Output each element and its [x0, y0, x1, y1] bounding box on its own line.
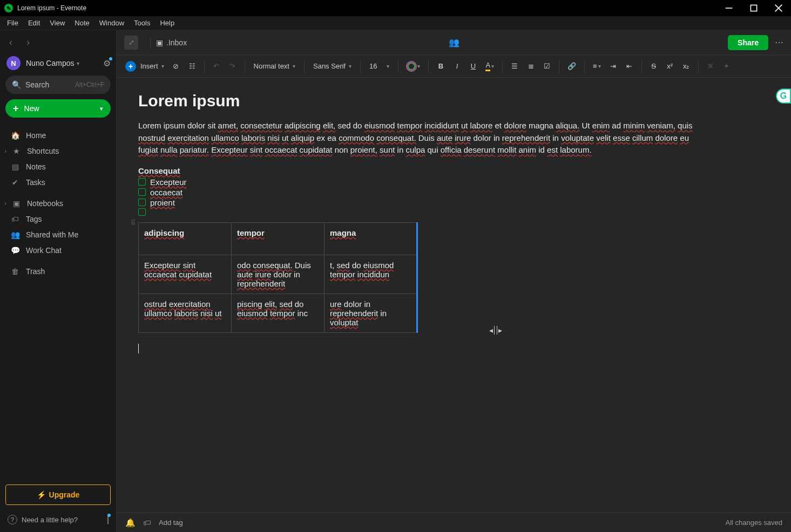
underline-button[interactable]: U	[465, 58, 481, 74]
outdent-button[interactable]: ⇤	[622, 58, 637, 74]
home-icon: 🏠	[10, 131, 21, 140]
share-users-icon[interactable]: 👥	[449, 37, 459, 47]
chevron-down-icon: ▾	[161, 63, 164, 69]
window-minimize-button[interactable]	[716, 0, 741, 16]
note-editor[interactable]: G Lorem ipsum Lorem ipsum dolor sit amet…	[117, 78, 791, 513]
calendar-button[interactable]: ☷	[185, 58, 200, 74]
text-color-button[interactable]: ▾	[403, 58, 424, 74]
paragraph-style-select[interactable]: Normal text▾	[249, 62, 300, 70]
sidebar-item-shortcuts[interactable]: ★Shortcuts	[0, 143, 116, 159]
checkbox-row[interactable]	[138, 208, 769, 216]
numbered-list-button[interactable]: ≣	[523, 58, 538, 74]
checkbox[interactable]	[138, 188, 146, 196]
sidebar-item-tasks[interactable]: ✔Tasks	[0, 174, 116, 190]
tag-button[interactable]: 🏷	[143, 518, 151, 527]
table-cell[interactable]: odo consequat. Duis aute irure dolor in …	[232, 255, 324, 294]
checklist-button[interactable]: ☑	[539, 58, 555, 74]
table-cell[interactable]: ostrud exercitation ullamco laboris nisi…	[139, 294, 232, 332]
table-cell[interactable]: piscing elit, sed do eiusmod tempor inc	[232, 294, 324, 332]
sidebar-item-workchat[interactable]: 💬Work Chat	[0, 242, 116, 258]
expand-note-button[interactable]: ⤢	[124, 36, 138, 50]
bold-button[interactable]: B	[433, 58, 448, 74]
table-cell[interactable]: t, sed do eiusmod tempor incididun	[324, 255, 417, 294]
reminder-button[interactable]: 🔔	[125, 518, 136, 528]
sidebar-item-home[interactable]: 🏠Home	[0, 127, 116, 143]
sidebar-item-tags[interactable]: 🏷Tags	[0, 211, 116, 227]
notebook-selector[interactable]: ▣ .Inbox	[156, 38, 187, 47]
indent-button[interactable]: ⇥	[606, 58, 621, 74]
table-header[interactable]: tempor	[232, 222, 324, 255]
checkbox-row[interactable]: proient	[138, 198, 769, 207]
insert-button[interactable]: + Insert ▾	[122, 61, 167, 72]
sidebar-item-shared[interactable]: 👥Shared with Me	[0, 227, 116, 242]
align-button[interactable]: ≡▾	[589, 58, 605, 74]
new-button[interactable]: + New ▾	[5, 99, 111, 118]
insert-label: Insert	[140, 62, 158, 70]
task-button[interactable]: ⊘	[168, 58, 184, 74]
menu-view[interactable]: View	[45, 17, 70, 29]
add-tag-input[interactable]: Add tag	[159, 519, 183, 527]
checkbox[interactable]	[138, 199, 146, 206]
grammarly-badge[interactable]: G	[776, 88, 791, 104]
table-header[interactable]: magna	[324, 222, 417, 255]
font-size-select[interactable]: 16▾	[365, 62, 394, 70]
section-heading[interactable]: Consequat	[138, 166, 769, 175]
menu-window[interactable]: Window	[94, 17, 129, 29]
search-shortcut: Alt+Ctrl+F	[75, 81, 104, 88]
table-header[interactable]: adipiscing	[139, 222, 232, 255]
sidebar-item-label: Notebooks	[27, 199, 63, 208]
menu-help[interactable]: Help	[155, 17, 179, 29]
note-body[interactable]: Lorem ipsum dolor sit amet, consectetur …	[138, 120, 694, 156]
share-button[interactable]: Share	[728, 35, 768, 50]
checkbox-row[interactable]: occaecat	[138, 188, 769, 197]
strikethrough-button[interactable]: S	[646, 58, 661, 74]
link-button[interactable]: 🔗	[564, 58, 580, 74]
menu-file[interactable]: File	[2, 17, 23, 29]
user-name[interactable]: Nuno Campos	[26, 59, 75, 67]
more-actions-button[interactable]: ⋯	[775, 37, 783, 47]
superscript-button[interactable]: x²	[662, 58, 678, 74]
help-label[interactable]: Need a little help?	[22, 516, 78, 524]
window-maximize-button[interactable]	[741, 0, 766, 16]
ai-button[interactable]: ✦	[719, 58, 734, 74]
table-cell[interactable]: Excepteur sint occaecat cupidatat	[139, 255, 232, 294]
menu-tools[interactable]: Tools	[129, 17, 155, 29]
bullet-list-button[interactable]: ☰	[507, 58, 522, 74]
checkbox[interactable]	[138, 208, 146, 216]
title-bar: ✎ Lorem ipsum - Evernote	[0, 0, 791, 16]
avatar[interactable]: N	[6, 56, 21, 70]
chevron-down-icon: ▾	[100, 105, 103, 112]
menu-note[interactable]: Note	[70, 17, 94, 29]
menu-edit[interactable]: Edit	[23, 17, 45, 29]
font-label: Sans Serif	[313, 62, 346, 70]
user-menu-caret-icon[interactable]: ▾	[77, 60, 79, 66]
sidebar-item-notebooks[interactable]: ▣Notebooks	[0, 195, 116, 211]
font-family-select[interactable]: Sans Serif▾	[309, 62, 356, 70]
window-close-button[interactable]	[766, 0, 791, 16]
upgrade-button[interactable]: ⚡ Upgrade	[5, 485, 111, 505]
note-title[interactable]: Lorem ipsum	[138, 92, 769, 110]
note-icon: ▤	[10, 162, 21, 171]
plus-circle-icon: +	[125, 61, 136, 72]
checkbox-row[interactable]: Excepteur	[138, 178, 769, 187]
sidebar-item-trash[interactable]: 🗑Trash	[0, 263, 116, 279]
table-cell[interactable]: ure dolor in reprehenderit in voluptat	[324, 294, 417, 332]
sidebar-item-notes[interactable]: ▤Notes	[0, 159, 116, 174]
highlight-button[interactable]: A▾	[482, 58, 498, 74]
subscript-button[interactable]: x₂	[679, 58, 694, 74]
sidebar: ‹ › N Nuno Campos ▾ ⚙ 🔍 Search Alt+Ctrl+…	[0, 30, 117, 532]
bolt-icon: ⚡	[37, 490, 46, 499]
italic-button[interactable]: I	[449, 58, 464, 74]
undo-button[interactable]: ↶	[209, 58, 224, 74]
drag-handle-icon[interactable]: ⠿	[131, 219, 137, 227]
settings-button[interactable]: ⚙	[103, 58, 111, 69]
search-input[interactable]: 🔍 Search Alt+Ctrl+F	[5, 76, 111, 94]
help-icon[interactable]: ?	[8, 515, 17, 524]
clear-format-button[interactable]: ✎̸	[703, 58, 718, 74]
sidebar-item-label: Tasks	[26, 178, 45, 187]
checkbox[interactable]	[138, 178, 146, 186]
redo-button[interactable]: ↷	[225, 58, 240, 74]
nav-back-button[interactable]: ‹	[3, 35, 18, 50]
table[interactable]: ⠿ adipiscing tempor magna Excepteur sint…	[138, 222, 769, 333]
nav-forward-button[interactable]: ›	[21, 35, 36, 50]
